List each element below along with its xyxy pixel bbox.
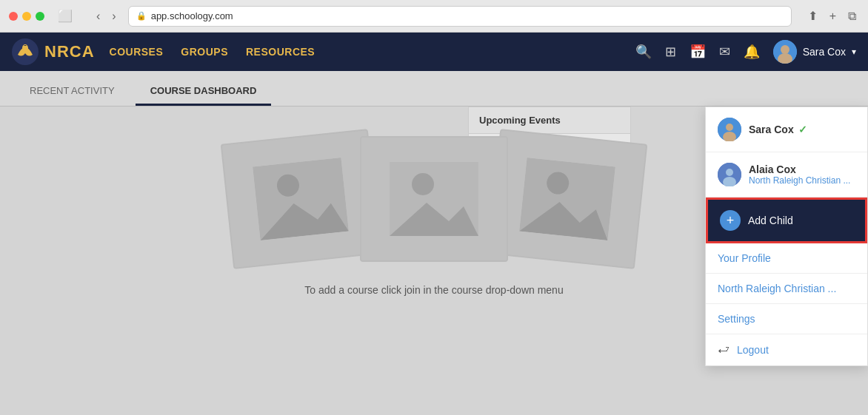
maximize-dot[interactable]	[36, 12, 44, 21]
main-content: To add a course click join in the course…	[0, 107, 868, 415]
logo-area[interactable]: NRCA	[12, 38, 95, 65]
add-child-icon: +	[720, 210, 741, 231]
share-button[interactable]: ⬆	[805, 6, 821, 26]
chevron-down-icon: ▾	[852, 47, 856, 57]
grid-icon: ⊞	[665, 44, 676, 60]
add-course-text: To add a course click join in the course…	[304, 284, 563, 296]
add-child-label: Add Child	[748, 215, 793, 226]
browser-nav: ‹ ›	[92, 7, 121, 26]
nav-items: COURSES GROUPS RESOURCES	[110, 46, 635, 58]
address-bar[interactable]: 🔒 app.schoology.com	[128, 6, 792, 27]
sara-name: Sara Cox ✓	[749, 124, 807, 135]
user-menu-button[interactable]: Sara Cox ▾	[773, 40, 856, 64]
add-child-button[interactable]: + Add Child	[706, 198, 867, 243]
browser-actions: ⬆ + ⧉	[805, 6, 859, 26]
url-text: app.schoology.com	[151, 10, 233, 21]
mail-icon: ✉	[719, 44, 730, 60]
logo-text: NRCA	[44, 42, 95, 61]
tab-course-dashboard[interactable]: COURSE DASHBOARD	[136, 78, 272, 106]
alaia-user-info: Alaia Cox North Raleigh Christian ...	[749, 163, 850, 186]
placeholder-image-right	[487, 129, 648, 269]
placeholder-images	[234, 136, 634, 262]
back-button[interactable]: ‹	[92, 7, 104, 26]
sara-user-info: Sara Cox ✓	[749, 124, 807, 135]
calendar-icon: 📅	[690, 44, 706, 60]
svg-point-9	[412, 173, 434, 195]
calendar-button[interactable]: 📅	[690, 44, 706, 60]
sidebar-toggle-button[interactable]: ⬜	[52, 6, 79, 26]
alaia-name: Alaia Cox	[749, 163, 850, 175]
search-icon: 🔍	[635, 44, 652, 60]
image-placeholder-svg-right	[519, 158, 615, 240]
sara-avatar-image	[718, 118, 741, 141]
alaia-avatar	[718, 163, 741, 186]
new-tab-button[interactable]: +	[827, 6, 839, 26]
user-name-label: Sara Cox	[803, 46, 846, 58]
window-controls	[9, 12, 44, 21]
nav-right: 🔍 ⊞ 📅 ✉ 🔔 Sara Cox ▾	[635, 40, 856, 64]
grid-button[interactable]: ⊞	[665, 44, 676, 60]
settings-link[interactable]: Settings	[706, 304, 867, 334]
dropdown-menu: Sara Cox ✓ Alaia Cox North Raleigh Chris…	[705, 107, 868, 366]
duplicate-button[interactable]: ⧉	[845, 6, 859, 26]
forward-button[interactable]: ›	[107, 7, 120, 26]
alaia-avatar-image	[718, 163, 741, 186]
browser-chrome: ⬜ ‹ › 🔒 app.schoology.com ⬆ + ⧉	[0, 0, 868, 33]
logout-icon: ⮐	[718, 343, 730, 357]
tab-recent-activity[interactable]: RECENT ACTIVITY	[15, 78, 130, 106]
search-button[interactable]: 🔍	[635, 44, 652, 60]
school-link[interactable]: North Raleigh Christian ...	[706, 274, 867, 304]
bell-button[interactable]: 🔔	[744, 44, 760, 60]
nav-item-resources[interactable]: RESOURCES	[246, 46, 315, 58]
bell-icon: 🔔	[744, 44, 760, 60]
logout-label: Logout	[737, 344, 769, 356]
image-placeholder-svg-center	[390, 162, 478, 236]
user-avatar	[773, 40, 797, 64]
sara-avatar	[718, 118, 741, 141]
alaia-sub: North Raleigh Christian ...	[749, 175, 850, 186]
svg-point-15	[726, 124, 733, 131]
dropdown-user-sara[interactable]: Sara Cox ✓	[706, 107, 867, 152]
checkmark-icon: ✓	[798, 124, 807, 135]
dropdown-user-alaia[interactable]: Alaia Cox North Raleigh Christian ...	[706, 152, 867, 198]
minimize-dot[interactable]	[22, 12, 31, 21]
tabs-bar: RECENT ACTIVITY COURSE DASHBOARD	[0, 71, 868, 107]
logout-button[interactable]: ⮐ Logout	[706, 334, 867, 365]
svg-point-18	[726, 169, 733, 176]
logo-icon	[12, 38, 39, 65]
your-profile-link[interactable]: Your Profile	[706, 243, 867, 274]
close-dot[interactable]	[9, 12, 18, 21]
placeholder-image-center	[360, 136, 508, 262]
avatar-image	[773, 40, 797, 64]
placeholder-image-left	[221, 129, 381, 269]
top-nav: NRCA COURSES GROUPS RESOURCES 🔍 ⊞ 📅 ✉ 🔔	[0, 33, 868, 71]
nav-item-groups[interactable]: GROUPS	[181, 46, 228, 58]
svg-point-3	[781, 45, 789, 54]
lock-icon: 🔒	[136, 11, 147, 21]
image-placeholder-svg	[253, 158, 349, 240]
nav-item-courses[interactable]: COURSES	[110, 46, 164, 58]
events-header: Upcoming Events	[469, 107, 630, 134]
mail-button[interactable]: ✉	[719, 44, 730, 60]
